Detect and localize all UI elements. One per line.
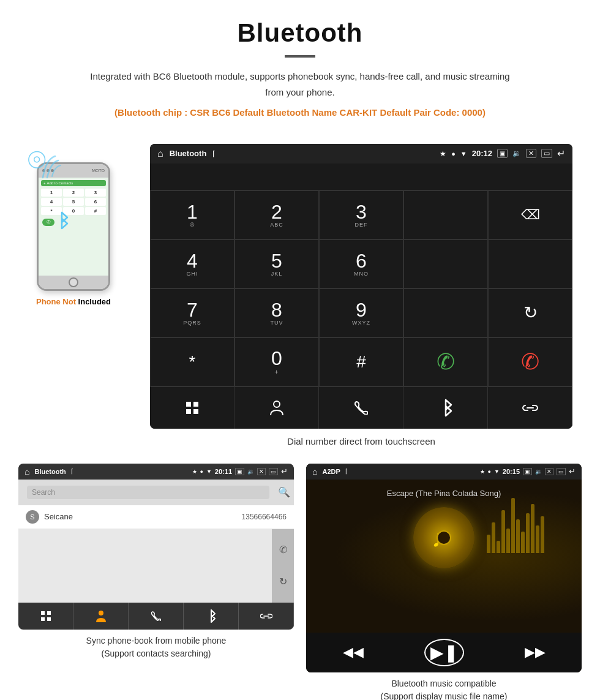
music-status-bar: ⌂ A2DP ⌈ ★ ● ▼ 20:15 ▣ 🔉 ✕ ▭ ↵ [306, 464, 582, 480]
home-icon[interactable]: ⌂ [157, 148, 163, 159]
key-6[interactable]: 6 [85, 198, 106, 206]
spec-line: (Bluetooth chip : CSR BC6 Default Blueto… [86, 105, 514, 121]
music-time: 20:15 [503, 468, 520, 475]
phone-area: ⦾ [18, 144, 129, 306]
pb-search-box[interactable]: Search [27, 486, 269, 499]
music-back-icon[interactable]: ↵ [569, 467, 576, 476]
music-cam-icon[interactable]: ▣ [523, 468, 532, 475]
volume-icon[interactable]: 🔉 [512, 149, 521, 157]
pb-call-side-icon[interactable]: ✆ [279, 544, 287, 555]
pb-search-row: Search 🔍 [18, 480, 294, 505]
key-hash[interactable]: # [85, 207, 106, 215]
music-close-icon[interactable]: ✕ [545, 468, 553, 475]
music-home-icon[interactable]: ⌂ [312, 467, 317, 476]
contacts-button[interactable] [234, 387, 319, 429]
bar-2 [492, 522, 495, 553]
pb-phone-button[interactable] [129, 603, 184, 630]
bar-10 [531, 504, 534, 553]
key-hash-num: # [356, 353, 366, 371]
backspace-icon: ⌫ [521, 207, 540, 223]
phone-dialer-grid: 1 2 3 4 5 6 * 0 # [41, 189, 106, 215]
key-3[interactable]: 3 DEF [319, 190, 403, 239]
key-star[interactable]: * [150, 337, 234, 386]
svg-rect-0 [186, 402, 191, 407]
bar-6 [511, 498, 515, 553]
pb-close-icon[interactable]: ✕ [257, 468, 266, 475]
play-pause-button[interactable]: ▶❚ [424, 639, 464, 666]
key-hash[interactable]: # [319, 337, 403, 386]
pb-cam-icon[interactable]: ▣ [235, 468, 244, 475]
key-1[interactable]: 1 ✇ [150, 190, 234, 239]
key-8[interactable]: 8 TUV [234, 288, 319, 337]
key-9[interactable]: 9 WXYZ [319, 288, 403, 337]
music-caption-line1: Bluetooth music compatible [391, 679, 496, 688]
music-art-area: ♪ [315, 507, 572, 578]
pb-link-button[interactable] [239, 603, 294, 630]
display-area [403, 190, 488, 239]
end-call-button[interactable]: ✆ [488, 337, 572, 386]
key-5-num: 5 [271, 251, 282, 271]
status-bar-right: ★ ● ▼ 20:12 ▣ 🔉 ✕ ▭ ↵ [440, 148, 565, 159]
pb-screen-title: Bluetooth [34, 468, 66, 475]
music-vol-icon[interactable]: 🔉 [535, 469, 542, 475]
phone-home-button[interactable] [69, 277, 78, 287]
pb-home-icon[interactable]: ⌂ [24, 467, 29, 476]
key-8-sub: TUV [271, 320, 283, 326]
bluetooth-tab-button[interactable] [403, 387, 488, 429]
key-7[interactable]: 7 PQRS [150, 288, 234, 337]
pb-grid-button[interactable] [18, 603, 73, 630]
music-spectrum [487, 532, 560, 553]
key-4[interactable]: 4 GHI [150, 239, 234, 288]
key-7-sub: PQRS [183, 320, 201, 326]
phonebook-caption: Sync phone-book from mobile phone (Suppo… [86, 634, 227, 660]
back-icon[interactable]: ↵ [557, 148, 565, 159]
phone-not-text: Phone Not [36, 297, 76, 306]
location-icon: ● [451, 150, 456, 157]
pb-bt-button[interactable] [184, 603, 239, 630]
key-2[interactable]: 2 [63, 189, 84, 197]
backspace-button[interactable]: ⌫ [488, 190, 572, 239]
music-note-icon: ♪ [429, 522, 459, 553]
key-5[interactable]: 5 JKL [234, 239, 319, 288]
search-icon[interactable]: 🔍 [278, 486, 290, 498]
phone-call-button[interactable]: ✆ [42, 219, 54, 226]
key-3[interactable]: 3 [85, 189, 106, 197]
pb-status-left: ⌂ Bluetooth ⌈ [24, 467, 73, 476]
key-5[interactable]: 5 [63, 198, 84, 206]
expand-icon[interactable]: ▭ [541, 149, 552, 158]
key-6[interactable]: 6 MNO [319, 239, 403, 288]
pb-expand-icon[interactable]: ▭ [269, 468, 278, 475]
music-loc-icon: ● [488, 469, 491, 475]
empty-cell-1 [403, 239, 488, 288]
refresh-button[interactable]: ↻ [488, 288, 572, 337]
pb-bottom-bar [18, 603, 294, 630]
close-icon[interactable]: ✕ [526, 149, 536, 158]
pb-vol-icon[interactable]: 🔉 [247, 469, 254, 475]
pb-contacts-active-button[interactable] [73, 603, 129, 630]
included-text: Included [76, 297, 111, 306]
svg-point-4 [274, 401, 280, 407]
svg-point-9 [99, 611, 103, 615]
key-1[interactable]: 1 [41, 189, 62, 197]
pb-refresh-side-icon[interactable]: ↻ [279, 576, 287, 587]
camera-icon[interactable]: ▣ [497, 149, 508, 158]
key-0[interactable]: 0 + [234, 337, 319, 386]
music-expand-icon[interactable]: ▭ [557, 468, 566, 475]
key-2[interactable]: 2 ABC [234, 190, 319, 239]
grid-view-button[interactable] [150, 387, 234, 429]
link-button[interactable] [488, 387, 572, 429]
key-6-sub: MNO [354, 271, 369, 277]
pb-back-icon[interactable]: ↵ [281, 467, 288, 476]
key-8-num: 8 [271, 300, 282, 320]
skip-forward-button[interactable]: ▶▶ [525, 644, 546, 660]
pb-side-icons: ✆ ↻ [272, 529, 294, 603]
phone-tab-button[interactable] [319, 387, 403, 429]
call-button[interactable]: ✆ [403, 337, 488, 386]
wifi-wave-icon [40, 153, 64, 187]
key-4[interactable]: 4 [41, 198, 62, 206]
music-section: ⌂ A2DP ⌈ ★ ● ▼ 20:15 ▣ 🔉 ✕ ▭ ↵ Es [306, 464, 582, 701]
skip-back-button[interactable]: ◀◀ [343, 644, 364, 660]
contact-row[interactable]: S Seicane 13566664466 [18, 505, 294, 529]
phonebook-caption-line1: Sync phone-book from mobile phone [86, 636, 227, 645]
call-icon: ✆ [437, 349, 455, 375]
